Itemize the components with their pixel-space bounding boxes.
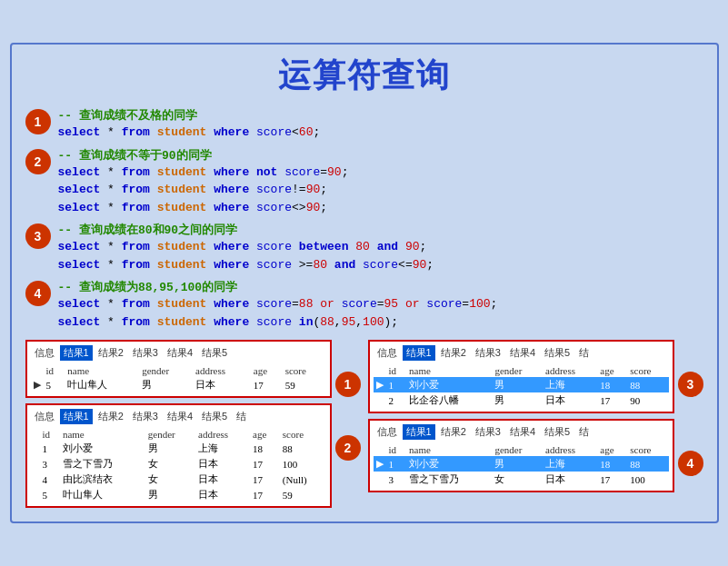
query-block-3: 3 -- 查询成绩在80和90之间的同学 select * from stude…	[25, 222, 703, 273]
panel-wrapper-1: 信息 结果1 结果2 结果3 结果4 结果5 id	[25, 340, 361, 398]
tab-result2-4[interactable]: 结果2	[437, 424, 470, 440]
cell-address: 日本	[195, 472, 250, 487]
tab-result3-2[interactable]: 结果3	[129, 409, 162, 424]
tab-result2-2[interactable]: 结果2	[95, 409, 127, 424]
badge-3: 3	[25, 223, 51, 249]
row-arrow: ▶	[374, 456, 386, 472]
table-row[interactable]: 3 雪之下雪乃 女 日本 17 100	[31, 456, 326, 472]
tab-info-1[interactable]: 信息	[31, 345, 58, 361]
badge-side-3: 3	[678, 372, 703, 397]
col-gender: gender	[492, 364, 543, 377]
row-arrow	[31, 441, 40, 456]
result-panel-4: 信息 结果1 结果2 结果3 结果4 结果5 结	[368, 419, 674, 492]
tab-result4-3[interactable]: 结果4	[506, 345, 539, 361]
result-panel-2: 信息 结果1 结果2 结果3 结果4 结果5 结	[25, 403, 332, 508]
cell-address: 日本	[543, 472, 597, 487]
cell-gender: 男	[492, 456, 543, 472]
cell-address: 日本	[543, 392, 597, 408]
tab-result2-3[interactable]: 结果2	[437, 345, 470, 361]
tab-result3-4[interactable]: 结果3	[472, 424, 504, 440]
tab-result1-4[interactable]: 结果1	[403, 424, 435, 440]
tab-more-2[interactable]: 结	[233, 409, 250, 424]
cell-score: 88	[627, 456, 668, 472]
code-block-4: -- 查询成绩为88,95,100的同学 select * from stude…	[58, 279, 498, 331]
cell-gender: 男	[492, 377, 543, 392]
table-row[interactable]: ▶ 5 叶山隼人 男 日本 17 59	[31, 377, 326, 392]
result-table-4: id name gender address age score	[374, 443, 669, 487]
cell-name: 刘小爱	[60, 441, 145, 456]
row-arrow	[374, 472, 386, 487]
cell-id: 5	[44, 377, 65, 392]
panel-wrapper-2: 信息 结果1 结果2 结果3 结果4 结果5 结	[25, 403, 361, 508]
result-table-1: id name gender address age score	[31, 364, 326, 392]
cell-id: 1	[40, 441, 60, 456]
table-row[interactable]: 4 由比滨结衣 女 日本 17 (Null)	[31, 472, 326, 487]
cell-score: 88	[280, 441, 326, 456]
cell-name: 刘小爱	[406, 456, 492, 472]
tab-info-4[interactable]: 信息	[374, 424, 401, 440]
table-row[interactable]: 5 叶山隼人 男 日本 17 59	[31, 487, 326, 502]
tab-result1-3[interactable]: 结果1	[403, 345, 435, 361]
tab-result4-1[interactable]: 结果4	[164, 345, 196, 361]
table-row[interactable]: 1 刘小爱 男 上海 18 88	[31, 441, 326, 456]
sql-3-0: select * from student where score betwee…	[58, 238, 434, 256]
badge-4: 4	[25, 281, 51, 306]
tab-result5-4[interactable]: 结果5	[541, 424, 573, 440]
tab-result3-1[interactable]: 结果3	[129, 345, 162, 361]
tab-result3-3[interactable]: 结果3	[472, 345, 504, 361]
col-score: score	[627, 443, 668, 456]
cell-age: 18	[250, 441, 280, 456]
cell-gender: 女	[145, 472, 195, 487]
tab-result5-2[interactable]: 结果5	[198, 409, 231, 424]
col-gender: gender	[492, 443, 543, 456]
cell-id: 2	[386, 392, 407, 408]
col-name: name	[65, 364, 139, 377]
tab-more-4[interactable]: 结	[575, 424, 593, 440]
panel-wrapper-4: 信息 结果1 结果2 结果3 结果4 结果5 结	[368, 419, 703, 492]
query-block-1: 1 -- 查询成绩不及格的同学 select * from student wh…	[25, 107, 703, 142]
row-arrow: ▶	[374, 377, 386, 392]
col-address: address	[543, 364, 597, 377]
right-panels: 信息 结果1 结果2 结果3 结果4 结果5 结	[368, 340, 703, 508]
tab-result1-2[interactable]: 结果1	[60, 409, 93, 424]
col-score: score	[280, 428, 326, 441]
tab-info-2[interactable]: 信息	[31, 409, 58, 424]
tab-result2-1[interactable]: 结果2	[95, 345, 127, 361]
cell-gender: 女	[145, 456, 195, 472]
badge-side-2: 2	[335, 435, 361, 461]
tab-info-3[interactable]: 信息	[374, 345, 401, 361]
table-row[interactable]: ▶ 1 刘小爱 男 上海 18 88	[374, 377, 669, 392]
cell-age: 17	[597, 392, 627, 408]
badge-1: 1	[25, 109, 51, 134]
col-address: address	[195, 428, 250, 441]
cell-age: 18	[597, 377, 627, 392]
left-panels: 信息 结果1 结果2 结果3 结果4 结果5 id	[25, 340, 361, 508]
main-container: 运算符查询 1 -- 查询成绩不及格的同学 select * from stud…	[10, 43, 719, 523]
cell-name: 叶山隼人	[65, 377, 139, 392]
comment-1: -- 查询成绩不及格的同学	[58, 107, 321, 124]
tab-more-3[interactable]: 结	[575, 345, 593, 361]
col-age: age	[250, 428, 280, 441]
sql-4-1: select * from student where score in(88,…	[58, 313, 498, 332]
table-row[interactable]: 3 雪之下雪乃 女 日本 17 100	[374, 472, 669, 487]
col-arrow	[31, 428, 40, 441]
cell-id: 4	[40, 472, 60, 487]
row-arrow	[374, 392, 386, 408]
cell-age: 17	[597, 472, 627, 487]
tab-result1-1[interactable]: 结果1	[60, 345, 93, 361]
tab-result5-3[interactable]: 结果5	[541, 345, 573, 361]
cell-id: 1	[386, 456, 407, 472]
table-row[interactable]: ▶ 1 刘小爱 男 上海 18 88	[374, 456, 669, 472]
cell-name: 比企谷八幡	[406, 392, 492, 408]
result-tabs-2: 信息 结果1 结果2 结果3 结果4 结果5 结	[31, 409, 326, 424]
tab-result4-4[interactable]: 结果4	[506, 424, 539, 440]
tab-result5-1[interactable]: 结果5	[198, 345, 231, 361]
cell-gender: 男	[145, 441, 195, 456]
tab-result4-2[interactable]: 结果4	[164, 409, 196, 424]
content-area: 1 -- 查询成绩不及格的同学 select * from student wh…	[25, 107, 703, 508]
row-arrow	[31, 456, 40, 472]
col-address: address	[543, 443, 597, 456]
cell-address: 日本	[195, 456, 250, 472]
table-row[interactable]: 2 比企谷八幡 男 日本 17 90	[374, 392, 669, 408]
result-panel-1: 信息 结果1 结果2 结果3 结果4 结果5 id	[25, 340, 332, 398]
